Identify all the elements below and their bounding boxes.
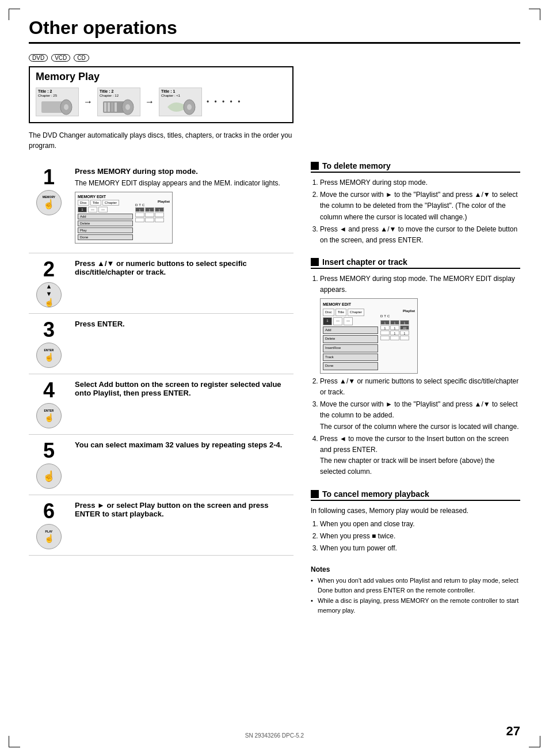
cancel-memory-header: To cancel memory playback <box>311 489 520 501</box>
disc-badges: DVD VCD CD <box>29 54 520 62</box>
disc-image-3: Title : 1 Chapter : <1 <box>159 88 202 116</box>
disc-image-2: Title : 2 Chapter : 12 <box>97 88 140 116</box>
svg-rect-7 <box>115 102 117 112</box>
badge-cd: CD <box>74 54 89 62</box>
main-content: 1 MEMORY ☝ Press MEMORY during stop mode… <box>29 161 520 616</box>
corner-br <box>529 736 540 747</box>
step-1-finger: ☝ <box>43 199 55 210</box>
step-2-title: Press ▲/▼ or numeric buttons to select s… <box>75 259 293 276</box>
step-2-num-area: 2 ▲▼ ☝ <box>29 259 69 307</box>
memory-play-title: Memory Play <box>36 71 287 83</box>
disc2-label: Title : 2 <box>100 89 113 93</box>
step-1-icon: MEMORY ☝ <box>36 190 62 215</box>
step-6-number: 6 <box>43 501 55 522</box>
right-column: To delete memory Press MEMORY during sto… <box>311 161 520 616</box>
notes-section: Notes When you don't add values onto Pla… <box>311 565 520 615</box>
step-2-content: Press ▲/▼ or numeric buttons to select s… <box>69 259 293 279</box>
step-3-icon: ENTER ☝ <box>36 343 62 368</box>
insert-step-2: Press ▲/▼ or numeric buttons to select s… <box>320 376 520 398</box>
intro-text: The DVD Changer automatically plays disc… <box>29 130 293 151</box>
delete-memory-title: To delete memory <box>322 161 391 170</box>
delete-icon <box>311 162 319 170</box>
cancel-memory-section: To cancel memory playback In following c… <box>311 489 520 554</box>
continuation-dots: • • • • • <box>207 98 242 106</box>
step-6-title: Press ► or select Play button on the scr… <box>75 501 293 518</box>
disc1-label: Title : 2 <box>38 89 52 93</box>
note-1: When you don't add values onto Playlist … <box>311 576 520 595</box>
step-1-title: Press MEMORY during stop mode. <box>75 167 293 176</box>
insert-chapter-header: Insert chapter or track <box>311 257 520 269</box>
step-6-icon: PLAY ☝ <box>36 524 62 549</box>
badge-vcd: VCD <box>51 54 70 62</box>
step-2-number: 2 <box>43 259 55 280</box>
step-5: 5 ☝ You can select maximam 32 values by … <box>29 435 293 495</box>
step-6-content: Press ► or select Play button on the scr… <box>69 501 293 521</box>
step-4: 4 ENTER ☝ Select Add button on the scree… <box>29 374 293 435</box>
step-2: 2 ▲▼ ☝ Press ▲/▼ or numeric buttons to s… <box>29 253 293 314</box>
cancel-step-3: When you turn power off. <box>320 543 520 554</box>
notes-title: Notes <box>311 565 520 573</box>
svg-point-11 <box>187 104 192 110</box>
step-5-num-area: 5 ☝ <box>29 440 69 489</box>
step-1-number: 1 <box>43 167 55 188</box>
disc-image-1: Title : 2 Chapter : 25 <box>36 88 79 116</box>
svg-point-9 <box>125 104 130 110</box>
insert-chapter-section: Insert chapter or track Press MEMORY dur… <box>311 257 520 477</box>
disc3-label: Title : 1 <box>161 89 175 93</box>
step-2-icon: ▲▼ ☝ <box>36 282 62 307</box>
step-4-title: Select Add button on the screen to regis… <box>75 380 293 397</box>
badge-dvd: DVD <box>29 54 48 62</box>
step-4-number: 4 <box>43 380 55 401</box>
insert-icon <box>311 258 319 266</box>
step-5-icon: ☝ <box>36 464 62 489</box>
page-number: 27 <box>506 724 520 739</box>
arrow-2: → <box>145 97 154 107</box>
disc3-sub: Chapter : <1 <box>161 94 180 97</box>
svg-rect-4 <box>104 102 106 112</box>
step-1-num-area: 1 MEMORY ☝ <box>29 167 69 215</box>
note-2: While a disc is playing, press MEMORY on… <box>311 596 520 615</box>
svg-point-2 <box>64 104 68 110</box>
step-1: 1 MEMORY ☝ Press MEMORY during stop mode… <box>29 161 293 253</box>
delete-step-1: Press MEMORY during stop mode. <box>320 177 520 188</box>
step-2-finger: ☝ <box>44 298 54 307</box>
corner-tr <box>529 9 540 20</box>
page-title: Other operations <box>29 17 520 44</box>
memory-edit-screen-2: MEMORY EDIT Disc Title Chapter <box>320 298 418 374</box>
cancel-step-2: When you press ■ twice. <box>320 531 520 542</box>
memory-play-box: Memory Play Title : 2 Chapter : 25 → Tit… <box>29 66 293 123</box>
corner-tl <box>9 9 20 20</box>
cancel-icon <box>311 490 319 498</box>
step-3-number: 3 <box>43 320 55 340</box>
cancel-memory-intro: In following cases, Memory play would be… <box>311 506 520 516</box>
delete-memory-section: To delete memory Press MEMORY during sto… <box>311 161 520 246</box>
delete-memory-header: To delete memory <box>311 161 520 173</box>
corner-bl <box>9 736 20 747</box>
delete-step-3: Press ◄ and press ▲/▼ to move the cursor… <box>320 224 520 246</box>
step-5-content: You can select maximam 32 values by repe… <box>69 440 293 451</box>
cancel-step-1: When you open and close tray. <box>320 519 520 530</box>
svg-rect-5 <box>108 102 110 112</box>
memory-edit-screen-1: MEMORY EDIT Disc Title Chapter 1 <box>75 192 173 244</box>
step-3-content: Press ENTER. <box>69 320 293 330</box>
step-5-number: 5 <box>43 440 55 461</box>
insert-chapter-title: Insert chapter or track <box>322 257 407 267</box>
step-3-title: Press ENTER. <box>75 320 293 328</box>
cancel-memory-steps: When you open and close tray. When you p… <box>311 519 520 554</box>
delete-memory-steps: Press MEMORY during stop mode. Move the … <box>311 177 520 246</box>
svg-rect-6 <box>111 102 113 112</box>
insert-step-3: Move the cursor with ► to the "Playlist"… <box>320 399 520 432</box>
insert-chapter-steps: Press MEMORY during stop mode. The MEMOR… <box>311 273 520 477</box>
steps-column: 1 MEMORY ☝ Press MEMORY during stop mode… <box>29 161 293 616</box>
cancel-memory-title: To cancel memory playback <box>322 489 429 499</box>
memory-play-images: Title : 2 Chapter : 25 → Title : 2 Chapt… <box>36 88 287 116</box>
step-4-content: Select Add button on the screen to regis… <box>69 380 293 400</box>
step-4-icon: ENTER ☝ <box>36 403 62 428</box>
arrow-1: → <box>83 97 93 107</box>
step-6: 6 PLAY ☝ Press ► or select Play button o… <box>29 495 293 556</box>
insert-step-4: Press ◄ to move the cursor to the Insert… <box>320 434 520 478</box>
step-1-body: The MEMORY EDIT display appears and the … <box>75 178 293 188</box>
step-1-content: Press MEMORY during stop mode. The MEMOR… <box>69 167 293 247</box>
doc-ref: SN 29343266 DPC-5.2 <box>245 732 304 739</box>
step-4-num-area: 4 ENTER ☝ <box>29 380 69 428</box>
